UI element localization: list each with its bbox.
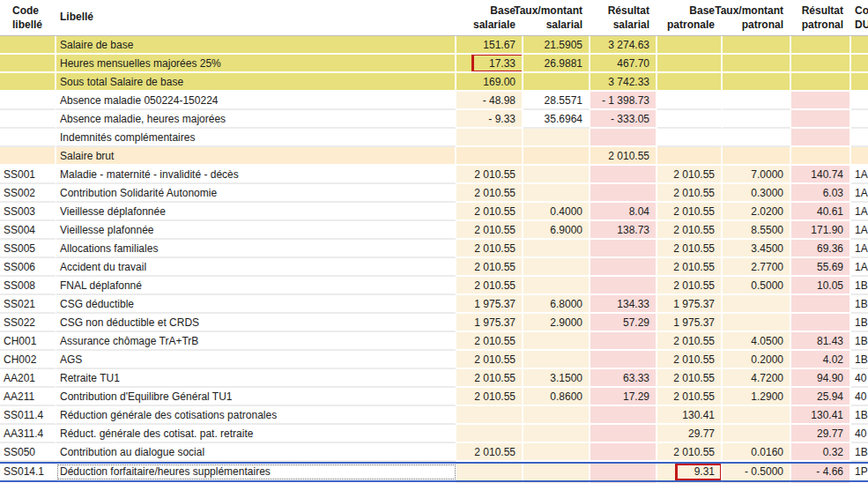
cell-code-ducs[interactable]: 40 bbox=[851, 388, 868, 406]
cell-base-patronale[interactable]: 2 010.55 bbox=[657, 203, 723, 221]
cell-resultat-patronal[interactable] bbox=[791, 147, 851, 166]
cell-libelle[interactable]: Salaire de base bbox=[56, 36, 456, 55]
cell-taux-salarial[interactable] bbox=[523, 277, 590, 295]
cell-taux-patronal[interactable]: 2.0200 bbox=[723, 203, 791, 221]
cell-base-patronale[interactable]: 2 010.55 bbox=[657, 332, 723, 351]
cell-code-libelle[interactable]: SS050 bbox=[0, 443, 56, 462]
cell-taux-salarial[interactable] bbox=[523, 258, 590, 277]
cell-base-salariale[interactable]: 2 010.55 bbox=[456, 388, 523, 406]
cell-code-libelle[interactable]: CH001 bbox=[0, 332, 56, 351]
cell-resultat-salarial[interactable]: 63.33 bbox=[590, 369, 657, 388]
cell-taux-patronal[interactable]: 4.7200 bbox=[723, 369, 791, 388]
cell-taux-salarial[interactable]: 0.8600 bbox=[523, 388, 590, 406]
cell-base-patronale[interactable]: 9.31 bbox=[657, 464, 723, 480]
cell-resultat-patronal[interactable]: 140.74 bbox=[791, 166, 851, 184]
cell-taux-patronal[interactable]: 3.4500 bbox=[723, 240, 791, 258]
cell-code-libelle[interactable]: SS006 bbox=[0, 258, 56, 277]
cell-code-libelle[interactable] bbox=[0, 92, 56, 110]
cell-libelle[interactable]: Déduction forfaitaire/heures supplémenta… bbox=[56, 464, 456, 480]
cell-code-libelle[interactable]: AA211 bbox=[0, 388, 56, 406]
cell-taux-salarial[interactable] bbox=[523, 240, 590, 258]
cell-taux-patronal[interactable]: 0.0160 bbox=[723, 443, 791, 462]
cell-base-patronale[interactable] bbox=[657, 110, 723, 129]
cell-resultat-patronal[interactable]: 40.61 bbox=[791, 203, 851, 221]
cell-code-libelle[interactable] bbox=[0, 147, 56, 166]
cell-base-patronale[interactable]: 2 010.55 bbox=[657, 277, 723, 295]
cell-taux-patronal[interactable] bbox=[723, 129, 791, 147]
cell-code-ducs[interactable] bbox=[851, 55, 868, 73]
cell-code-libelle[interactable]: CH002 bbox=[0, 351, 56, 369]
cell-taux-salarial[interactable]: 21.5905 bbox=[523, 36, 590, 55]
cell-code-ducs[interactable] bbox=[851, 36, 868, 55]
cell-resultat-salarial[interactable]: 467.70 bbox=[590, 55, 657, 73]
cell-libelle[interactable]: Accident du travail bbox=[56, 258, 456, 277]
cell-taux-salarial[interactable] bbox=[523, 166, 590, 184]
cell-libelle[interactable]: Retraite TU1 bbox=[56, 369, 456, 388]
cell-code-libelle[interactable] bbox=[0, 110, 56, 129]
cell-base-salariale[interactable]: 17.33 bbox=[456, 55, 523, 73]
cell-code-ducs[interactable] bbox=[851, 110, 868, 129]
cell-resultat-patronal[interactable]: 130.41 bbox=[791, 406, 851, 425]
cell-code-ducs[interactable] bbox=[851, 92, 868, 110]
cell-code-libelle[interactable]: AA201 bbox=[0, 369, 56, 388]
cell-code-ducs[interactable] bbox=[851, 147, 868, 166]
cell-resultat-salarial[interactable]: 138.73 bbox=[590, 221, 657, 240]
cell-code-libelle[interactable]: SS001 bbox=[0, 166, 56, 184]
cell-base-patronale[interactable]: 2 010.55 bbox=[657, 351, 723, 369]
cell-libelle[interactable]: Contribution au dialogue social bbox=[56, 443, 456, 462]
cell-libelle[interactable]: Contribution Solidarité Autonomie bbox=[56, 184, 456, 203]
cell-resultat-salarial[interactable] bbox=[590, 425, 657, 443]
cell-code-ducs[interactable]: 40 bbox=[851, 369, 868, 388]
cell-base-patronale[interactable] bbox=[657, 36, 723, 55]
cell-taux-patronal[interactable] bbox=[723, 406, 791, 425]
cell-taux-salarial[interactable] bbox=[523, 351, 590, 369]
cell-resultat-patronal[interactable] bbox=[791, 73, 851, 92]
cell-base-salariale[interactable]: 2 010.55 bbox=[456, 332, 523, 351]
cell-code-libelle[interactable]: SS021 bbox=[0, 295, 56, 314]
cell-taux-patronal[interactable]: 0.2000 bbox=[723, 351, 791, 369]
cell-taux-patronal[interactable] bbox=[723, 314, 791, 332]
cell-libelle[interactable]: Réduct. générale des cotisat. pat. retra… bbox=[56, 425, 456, 443]
cell-resultat-patronal[interactable] bbox=[791, 55, 851, 73]
cell-taux-patronal[interactable]: 0.3000 bbox=[723, 184, 791, 203]
cell-libelle[interactable]: Assurance chômage TrA+TrB bbox=[56, 332, 456, 351]
cell-taux-patronal[interactable]: - 0.5000 bbox=[723, 464, 791, 480]
cell-taux-salarial[interactable] bbox=[523, 147, 590, 166]
cell-resultat-patronal[interactable]: 0.32 bbox=[791, 443, 851, 462]
cell-code-ducs[interactable]: 1A bbox=[851, 184, 868, 203]
cell-base-salariale[interactable] bbox=[456, 406, 523, 425]
cell-base-patronale[interactable]: 2 010.55 bbox=[657, 369, 723, 388]
cell-base-salariale[interactable]: 2 010.55 bbox=[456, 277, 523, 295]
cell-base-patronale[interactable]: 2 010.55 bbox=[657, 443, 723, 462]
cell-code-ducs[interactable]: 1A bbox=[851, 240, 868, 258]
cell-base-patronale[interactable] bbox=[657, 129, 723, 147]
cell-base-salariale[interactable] bbox=[456, 464, 523, 480]
cell-resultat-patronal[interactable] bbox=[791, 110, 851, 129]
cell-resultat-salarial[interactable]: 3 742.33 bbox=[590, 73, 657, 92]
cell-base-salariale[interactable] bbox=[456, 147, 523, 166]
cell-code-ducs[interactable] bbox=[851, 129, 868, 147]
cell-code-ducs[interactable]: 1B bbox=[851, 332, 868, 351]
cell-libelle[interactable]: Contribution d'Equilibre Général TU1 bbox=[56, 388, 456, 406]
cell-code-libelle[interactable]: SS011.4 bbox=[0, 406, 56, 425]
cell-code-libelle[interactable]: SS005 bbox=[0, 240, 56, 258]
cell-base-patronale[interactable]: 2 010.55 bbox=[657, 240, 723, 258]
cell-resultat-salarial[interactable] bbox=[590, 443, 657, 462]
cell-resultat-patronal[interactable]: 10.05 bbox=[791, 277, 851, 295]
cell-taux-patronal[interactable] bbox=[723, 36, 791, 55]
cell-resultat-patronal[interactable]: 4.02 bbox=[791, 351, 851, 369]
cell-taux-salarial[interactable] bbox=[523, 425, 590, 443]
cell-resultat-patronal[interactable]: 81.43 bbox=[791, 332, 851, 351]
cell-resultat-salarial[interactable] bbox=[590, 240, 657, 258]
cell-code-ducs[interactable]: 1A bbox=[851, 258, 868, 277]
cell-code-libelle[interactable] bbox=[0, 73, 56, 92]
cell-base-salariale[interactable] bbox=[456, 425, 523, 443]
cell-taux-salarial[interactable] bbox=[523, 184, 590, 203]
cell-taux-salarial[interactable]: 3.1500 bbox=[523, 369, 590, 388]
cell-resultat-salarial[interactable] bbox=[590, 166, 657, 184]
cell-resultat-salarial[interactable]: 134.33 bbox=[590, 295, 657, 314]
cell-base-salariale[interactable]: 2 010.55 bbox=[456, 240, 523, 258]
cell-resultat-patronal[interactable] bbox=[791, 129, 851, 147]
cell-base-patronale[interactable]: 2 010.55 bbox=[657, 221, 723, 240]
cell-resultat-salarial[interactable] bbox=[590, 351, 657, 369]
